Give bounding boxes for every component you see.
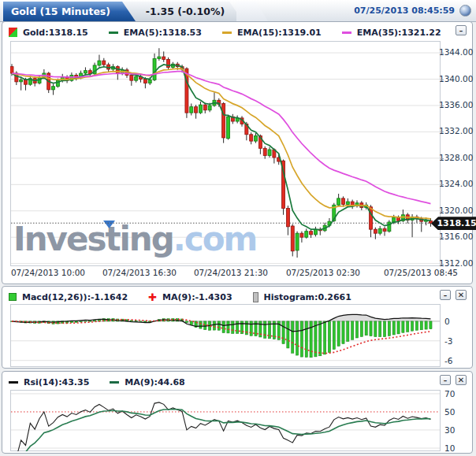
macd-plot[interactable] bbox=[10, 304, 441, 367]
x-axis-label: 07/24/2013 21:30 bbox=[194, 268, 268, 277]
macd-icon bbox=[9, 293, 17, 301]
y-axis-label: 1336.00 bbox=[439, 100, 472, 109]
rsi-panel: Rsi(14):43.35MA(9):44.68 – ✕ 70503010 bbox=[2, 371, 473, 454]
sphere-button[interactable] bbox=[459, 5, 471, 17]
symbol-tab[interactable]: Gold (15 Minutes) bbox=[3, 2, 136, 21]
rsi-line bbox=[17, 402, 431, 451]
y-axis-label: -6 bbox=[444, 356, 452, 365]
histogram-icon bbox=[253, 292, 258, 302]
rsi-plot[interactable] bbox=[10, 390, 441, 451]
main-legend-label: EMA(35):1321.22 bbox=[357, 28, 441, 38]
price-chart-panel: Gold:1318.15EMA(5):1318.53EMA(15):1319.0… bbox=[2, 21, 473, 284]
x-axis-label: 07/24/2013 16:30 bbox=[102, 268, 177, 277]
symbol-tab-label: Gold (15 Minutes) bbox=[11, 6, 110, 17]
main-chart-legend: Gold:1318.15EMA(5):1318.53EMA(15):1319.0… bbox=[9, 25, 462, 39]
ema5-icon bbox=[109, 32, 118, 34]
y-axis-tick bbox=[441, 106, 444, 106]
change-label: -1.35 (-0.10%) bbox=[146, 6, 225, 17]
macd-legend-label: MA(9):-1.4303 bbox=[162, 292, 232, 302]
macd-legend-item-macd-ma[interactable]: ✚MA(9):-1.4303 bbox=[148, 292, 232, 302]
y-axis-label: 1312.00 bbox=[439, 258, 472, 268]
timestamp-label: 07/25/2013 08:45:59 bbox=[354, 0, 455, 21]
x-axis-label: 07/25/2013 02:30 bbox=[286, 268, 360, 277]
rsi-close-button[interactable]: ✕ bbox=[456, 375, 467, 385]
main-legend-item-ema15[interactable]: EMA(15):1319.01 bbox=[222, 28, 322, 38]
y-axis-tick bbox=[441, 158, 444, 159]
y-axis-tick bbox=[441, 264, 444, 265]
change-tab[interactable]: -1.35 (-0.10%) bbox=[134, 2, 236, 21]
y-axis-tick bbox=[441, 80, 444, 80]
watermark-logo: Investing.com bbox=[13, 220, 256, 258]
last-price-tag: 1318.15 bbox=[431, 217, 476, 230]
y-axis-tick bbox=[441, 211, 444, 212]
y-axis-label: 1332.00 bbox=[439, 126, 472, 135]
y-axis-label: 10 bbox=[444, 443, 455, 453]
y-axis-label: 1316.00 bbox=[439, 232, 472, 241]
price-chart-plot[interactable]: Investing.com bbox=[10, 41, 441, 266]
macd-legend-label: Histogram:0.2661 bbox=[264, 292, 351, 302]
y-axis-label: 1328.00 bbox=[439, 153, 472, 162]
rsi-legend: Rsi(14):43.35MA(9):44.68 bbox=[9, 375, 206, 389]
main-legend-label: Gold:1318.15 bbox=[23, 28, 88, 38]
y-axis-tick bbox=[441, 132, 444, 132]
main-legend-item-ema35[interactable]: EMA(35):1321.22 bbox=[342, 28, 441, 38]
y-axis-label: 30 bbox=[444, 425, 455, 435]
gold-icon bbox=[9, 28, 17, 37]
macd-legend-label: Macd(12,26)):-1.1642 bbox=[22, 292, 128, 302]
ema35-icon bbox=[342, 32, 351, 34]
y-axis-tick bbox=[441, 184, 444, 185]
y-axis-label: 50 bbox=[444, 407, 455, 417]
x-axis-label: 07/24/2013 10:00 bbox=[11, 268, 85, 277]
macd-legend-item-macd[interactable]: Macd(12,26)):-1.1642 bbox=[9, 292, 128, 302]
rsi-ma-icon bbox=[110, 381, 119, 384]
macd-minimize-button[interactable]: – bbox=[440, 290, 451, 300]
y-axis-label: 1320.00 bbox=[439, 206, 472, 215]
minimize-button[interactable]: – bbox=[456, 25, 467, 35]
tab-background-2 bbox=[236, 2, 268, 21]
rsi-legend-label: Rsi(14):43.35 bbox=[24, 377, 89, 387]
y-axis-tick bbox=[441, 237, 444, 238]
main-legend-label: EMA(5):1318.53 bbox=[124, 28, 202, 38]
y-axis-label: 70 bbox=[444, 389, 455, 399]
rsi-legend-item-rsi[interactable]: Rsi(14):43.35 bbox=[9, 377, 89, 387]
rsi-legend-item-rsi-ma[interactable]: MA(9):44.68 bbox=[110, 377, 184, 387]
overlay-EMA(35) bbox=[12, 72, 430, 204]
overlay-EMA(15) bbox=[12, 69, 430, 219]
macd-ma-icon: ✚ bbox=[148, 292, 157, 302]
main-legend-item-ema5[interactable]: EMA(5):1318.53 bbox=[109, 28, 202, 38]
rsi-legend-label: MA(9):44.68 bbox=[125, 377, 184, 387]
y-axis-label: 1340.00 bbox=[439, 74, 472, 83]
rsi-icon bbox=[9, 381, 18, 384]
y-axis-label: 1344.00 bbox=[439, 47, 472, 57]
macd-legend-item-histogram[interactable]: Histogram:0.2661 bbox=[253, 292, 351, 302]
y-axis-label: -3 bbox=[444, 336, 452, 346]
y-axis-label: 0 bbox=[444, 317, 450, 326]
main-legend-label: EMA(15):1319.01 bbox=[237, 28, 322, 38]
macd-panel: Macd(12,26)):-1.1642✚MA(9):-1.4303Histog… bbox=[2, 286, 473, 369]
y-axis-tick bbox=[441, 53, 444, 54]
macd-close-button[interactable]: ✕ bbox=[456, 290, 467, 300]
chart-window: Gold (15 Minutes) -1.35 (-0.10%) 07/25/2… bbox=[0, 0, 476, 456]
macd-legend: Macd(12,26)):-1.1642✚MA(9):-1.4303Histog… bbox=[9, 290, 372, 304]
rsi-minimize-button[interactable]: – bbox=[440, 375, 451, 385]
title-bar: Gold (15 Minutes) -1.35 (-0.10%) 07/25/2… bbox=[0, 0, 476, 22]
main-legend-item-gold[interactable]: Gold:1318.15 bbox=[9, 28, 88, 38]
y-axis-label: 1324.00 bbox=[439, 179, 472, 188]
x-axis-label: 07/25/2013 08:45 bbox=[384, 268, 458, 277]
ema15-icon bbox=[222, 32, 232, 34]
